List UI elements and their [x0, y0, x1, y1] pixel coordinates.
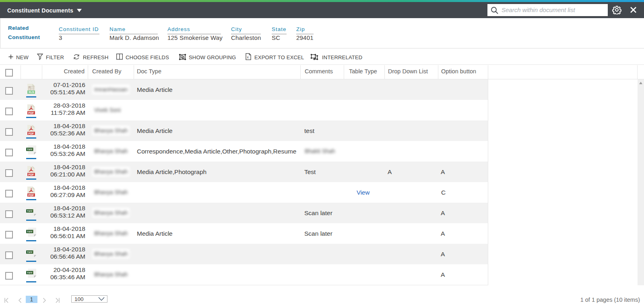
- svg-text:TIFF: TIFF: [27, 230, 33, 233]
- svg-text:TIFF: TIFF: [27, 210, 33, 212]
- svg-text:TIFF: TIFF: [27, 148, 33, 151]
- svg-text:x: x: [247, 55, 249, 59]
- svg-text:TIFF: TIFF: [27, 251, 33, 253]
- svg-text:TIFF: TIFF: [27, 272, 33, 274]
